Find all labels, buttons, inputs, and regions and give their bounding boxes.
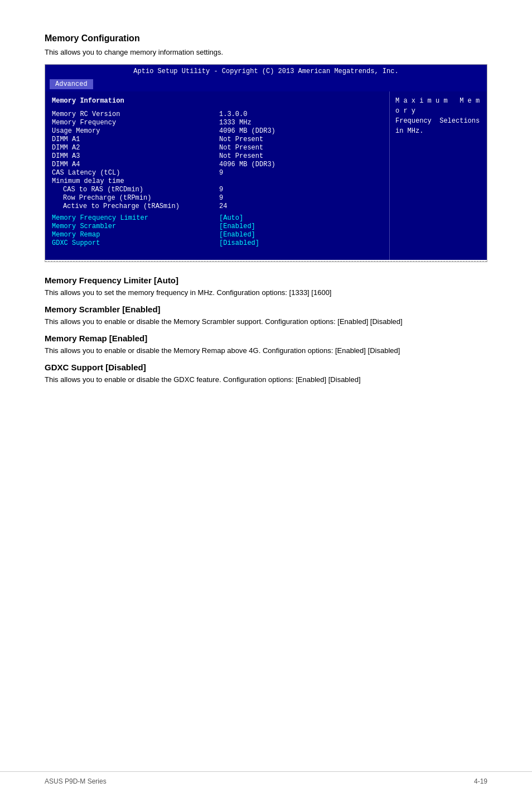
subsection-desc-0: This allows you to set the memory freque… — [45, 288, 487, 297]
page-content: Memory Configuration This allows you to … — [0, 0, 532, 425]
bios-header-text: Aptio Setup Utility - Copyright (C) 2013… — [133, 67, 398, 75]
bios-row-dimm-a2: DIMM A2 Not Present — [52, 144, 383, 152]
bios-row-trcmin: CAS to RAS (tRCDmin) 9 — [52, 186, 383, 194]
bios-row-scrambler[interactable]: Memory Scrambler [Enabled] — [52, 223, 383, 230]
bios-row-freq-limiter[interactable]: Memory Frequency Limiter [Auto] — [52, 214, 383, 222]
bios-row-cas: CAS Latency (tCL) 9 — [52, 169, 383, 177]
bios-header: Aptio Setup Utility - Copyright (C) 2013… — [45, 65, 487, 78]
subsection-title-1: Memory Scrambler [Enabled] — [45, 305, 487, 314]
subsection-desc-2: This allows you to enable or disable the… — [45, 346, 487, 355]
subsection-title-0: Memory Frequency Limiter [Auto] — [45, 276, 487, 285]
bios-row-trpmin: Row Precharge (tRPmin) 9 — [52, 194, 383, 202]
bios-row-dimm-a1: DIMM A1 Not Present — [52, 136, 383, 143]
bios-row-trasmin: Active to Precharge (tRASmin) 24 — [52, 202, 383, 210]
bios-divider — [45, 261, 487, 262]
subsection-gdxc: GDXC Support [Disabled] This allows you … — [45, 363, 487, 384]
bios-row-dimm-a4: DIMM A4 4096 MB (DDR3) — [52, 161, 383, 168]
bios-body: Memory Information Memory RC Version 1.3… — [45, 91, 487, 260]
bios-main-content: Memory Information Memory RC Version 1.3… — [45, 91, 389, 260]
bios-screen: Aptio Setup Utility - Copyright (C) 2013… — [45, 64, 487, 262]
subsection-desc-1: This allows you to enable or disable the… — [45, 317, 487, 326]
bios-section-header: Memory Information — [52, 97, 383, 105]
bios-row-rc-version: Memory RC Version 1.3.0.0 — [52, 110, 383, 118]
bios-row-gdxc[interactable]: GDXC Support [Disabled] — [52, 239, 383, 247]
footer-right: 4-19 — [474, 777, 487, 785]
bios-row-remap[interactable]: Memory Remap [Enabled] — [52, 231, 383, 239]
bios-row-dimm-a3: DIMM A3 Not Present — [52, 152, 383, 160]
bios-sidebar: M a x i m u m M e m o r y Frequency Sele… — [389, 91, 487, 260]
page-description: This allows you to change memory informa… — [45, 48, 487, 56]
bios-row-usage: Usage Memory 4096 MB (DDR3) — [52, 127, 383, 135]
bios-sidebar-text: M a x i m u m M e m o r y Frequency Sele… — [395, 97, 483, 135]
page-footer: ASUS P9D-M Series 4-19 — [0, 771, 532, 785]
subsection-scrambler: Memory Scrambler [Enabled] This allows y… — [45, 305, 487, 326]
bios-tab-advanced[interactable]: Advanced — [50, 79, 93, 89]
subsection-freq-limiter: Memory Frequency Limiter [Auto] This all… — [45, 276, 487, 297]
subsection-desc-3: This allows you to enable or disable the… — [45, 375, 487, 384]
footer-left: ASUS P9D-M Series — [45, 777, 107, 785]
subsection-title-2: Memory Remap [Enabled] — [45, 334, 487, 343]
subsection-remap: Memory Remap [Enabled] This allows you t… — [45, 334, 487, 355]
bios-row-mindelay: Minimum delay time — [52, 177, 383, 185]
subsection-title-3: GDXC Support [Disabled] — [45, 363, 487, 372]
page-title: Memory Configuration — [45, 33, 487, 44]
bios-tab-row: Advanced — [45, 78, 487, 91]
bios-row-freq: Memory Frequency 1333 MHz — [52, 119, 383, 127]
